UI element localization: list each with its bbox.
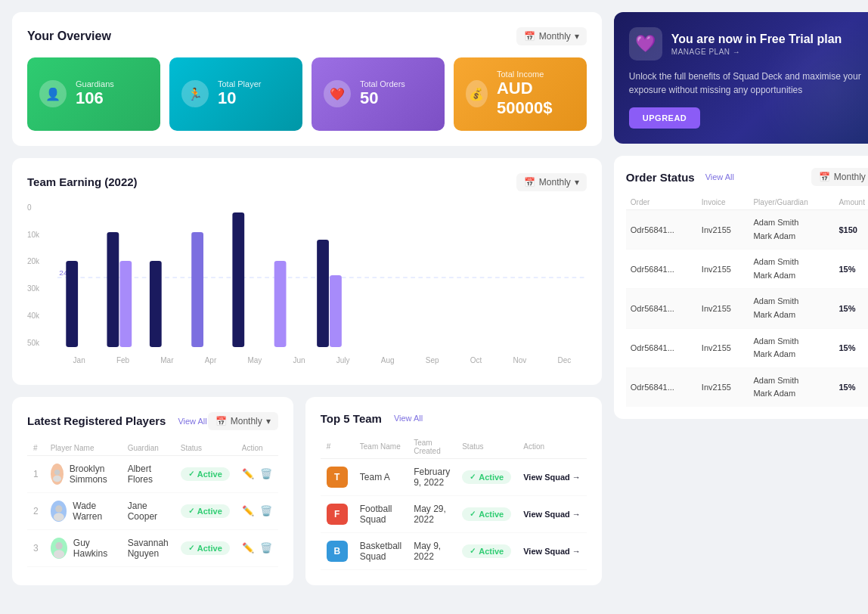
svg-rect-6	[191, 232, 203, 347]
svg-rect-3	[107, 232, 119, 347]
team-action: View Squad →	[517, 532, 587, 569]
table-row: T Team A February 9, 2022 Active View Sq…	[321, 458, 587, 495]
player-action: ✏️ 🗑️	[236, 492, 278, 529]
svg-rect-5	[150, 261, 162, 347]
upgrade-button[interactable]: UPGREAD	[629, 107, 701, 129]
chart-monthly-btn[interactable]: 📅 Monthly ▾	[516, 173, 587, 191]
order-monthly-btn[interactable]: 📅 Monthly ▾	[811, 168, 868, 186]
order-invoice: Inv2155	[697, 328, 749, 367]
overview-monthly-btn[interactable]: 📅 Monthly ▾	[516, 27, 587, 45]
order-col-invoice: Invoice	[697, 195, 749, 210]
players-monthly-label: Monthly	[231, 416, 262, 426]
top5-view-all[interactable]: View All	[394, 414, 423, 423]
trial-banner: 💜 You are now in Free Trial plan MANAGE …	[614, 12, 868, 144]
edit-icon[interactable]: ✏️	[242, 468, 254, 479]
chart-chevron-icon: ▾	[575, 177, 579, 188]
order-id: Odr56841...	[626, 289, 697, 328]
order-row: Odr56841... Inv2155 Adam SmithMark Adam …	[626, 328, 868, 367]
chart-cal-icon: 📅	[524, 177, 535, 188]
svg-point-13	[55, 505, 62, 512]
team-status: Active	[456, 495, 517, 532]
col-guardian: Guardian	[122, 441, 175, 456]
team-num: F	[321, 495, 354, 532]
team-created: May 9, 2022	[408, 532, 456, 569]
player-name-cell: Wade Warren	[45, 492, 122, 529]
trial-description: Unlock the full benefits of Squad Deck a…	[629, 70, 868, 97]
order-amount: 15%	[834, 367, 868, 407]
svg-rect-2	[66, 261, 78, 347]
player-status: Active	[175, 529, 236, 566]
svg-rect-9	[317, 240, 329, 347]
order-amount: $150	[834, 210, 868, 250]
players-chevron-icon: ▾	[266, 416, 271, 426]
latest-players-card: Latest Registered Players View All 📅 Mon…	[12, 397, 293, 585]
trial-icon: 💜	[629, 27, 662, 60]
latest-players-title: Latest Registered Players	[27, 414, 166, 427]
player-action: ✏️ 🗑️	[236, 529, 278, 566]
total-orders-label: Total Orders	[360, 79, 405, 88]
players-monthly-btn[interactable]: 📅 Monthly ▾	[208, 412, 278, 430]
avatar	[51, 538, 67, 559]
team-initial: T	[327, 467, 348, 488]
cal-icon: 📅	[524, 31, 535, 42]
order-monthly-label: Monthly	[834, 172, 866, 182]
latest-players-view-all[interactable]: View All	[178, 417, 206, 426]
order-status-card: Order Status View All 📅 Monthly ▾ Order …	[614, 156, 868, 419]
team-col-name: Team Name	[354, 436, 408, 459]
team-col-created: Team Created	[408, 436, 456, 459]
player-action: ✏️ 🗑️	[236, 455, 278, 492]
chart-monthly-label: Monthly	[539, 177, 571, 188]
team-created: May 29, 2022	[408, 495, 456, 532]
order-player-guardian: Adam SmithMark Adam	[749, 250, 834, 289]
delete-icon[interactable]: 🗑️	[260, 468, 272, 479]
svg-point-11	[54, 470, 60, 475]
order-amount: 15%	[834, 289, 868, 328]
player-num: 2	[27, 492, 45, 529]
col-action: Action	[236, 441, 278, 456]
total-player-value: 10	[218, 88, 261, 108]
chart-card: Team Earning (2022) 📅 Monthly ▾ 50k 40k …	[12, 158, 602, 385]
overview-card: Your Overview 📅 Monthly ▾ 👤 Guardians 10…	[12, 12, 602, 146]
table-row: 2 Wade Warren Jane Cooper Active ✏️ 🗑️	[27, 492, 278, 529]
status-badge: Active	[462, 507, 511, 521]
delete-icon[interactable]: 🗑️	[260, 542, 272, 554]
svg-point-15	[55, 542, 62, 549]
order-id: Odr56841...	[626, 367, 697, 407]
order-player-guardian: Adam SmithMark Adam	[749, 367, 834, 407]
svg-rect-10	[330, 275, 342, 347]
stat-total-orders: ❤️ Total Orders 50	[312, 57, 445, 131]
team-initial: F	[327, 504, 348, 525]
team-status: Active	[456, 532, 517, 569]
orders-icon: ❤️	[324, 80, 351, 107]
table-row: F Football Squad May 29, 2022 Active Vie…	[321, 495, 587, 532]
order-player-guardian: Adam SmithMark Adam	[749, 210, 834, 250]
delete-icon[interactable]: 🗑️	[260, 505, 272, 516]
stat-total-player: 🏃 Total Player 10	[169, 57, 302, 131]
col-hash: #	[27, 441, 45, 456]
team-name: Football Squad	[354, 495, 408, 532]
view-squad-link[interactable]: View Squad →	[523, 473, 581, 482]
overview-title: Your Overview	[27, 29, 111, 43]
order-view-all[interactable]: View All	[705, 172, 734, 181]
total-income-label: Total Income	[497, 70, 575, 79]
status-badge: Active	[462, 544, 511, 558]
chart-area: 50k 40k 30k 20k 10k 0 24	[27, 203, 587, 370]
svg-point-16	[54, 550, 64, 558]
view-squad-link[interactable]: View Squad →	[523, 510, 581, 519]
total-player-label: Total Player	[218, 79, 261, 88]
stat-guardians: 👤 Guardians 106	[27, 57, 160, 131]
guardian-icon: 👤	[39, 80, 67, 107]
avatar	[51, 464, 64, 485]
player-status: Active	[175, 492, 236, 529]
order-row: Odr56841... Inv2155 Adam SmithMark Adam …	[626, 250, 868, 289]
edit-icon[interactable]: ✏️	[242, 542, 254, 554]
order-player-guardian: Adam SmithMark Adam	[749, 328, 834, 367]
chart-canvas: 24	[57, 203, 587, 347]
total-orders-value: 50	[360, 88, 405, 108]
order-row: Odr56841... Inv2155 Adam SmithMark Adam …	[626, 289, 868, 328]
status-badge: Active	[181, 504, 230, 518]
guardians-value: 106	[76, 88, 114, 108]
team-num: B	[321, 532, 354, 569]
edit-icon[interactable]: ✏️	[242, 505, 254, 516]
view-squad-link[interactable]: View Squad →	[523, 547, 581, 556]
